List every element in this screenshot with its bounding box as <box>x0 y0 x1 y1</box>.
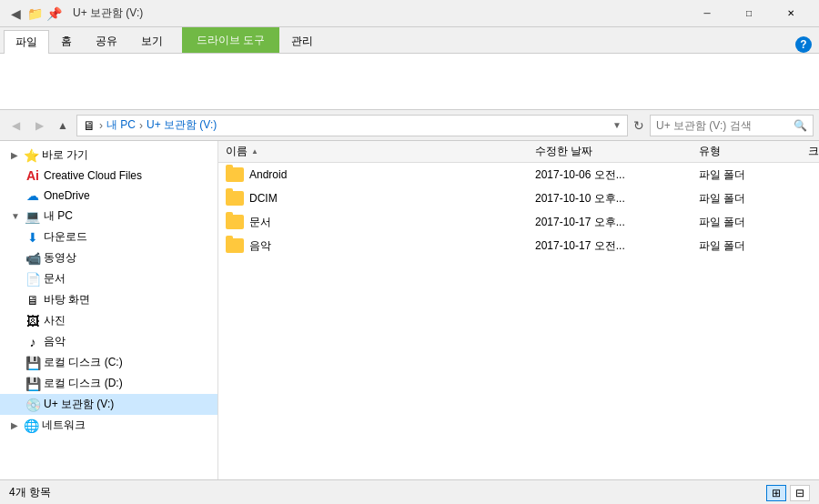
path-icon: 🖥 <box>83 118 96 133</box>
titlebar-icons: ◀ 📁 📌 <box>7 5 62 22</box>
sidebar-label-onedrive: OneDrive <box>44 189 90 202</box>
main-area: ▶ ⭐ 바로 가기 Ai Creative Cloud Files ☁ OneD… <box>0 141 819 479</box>
col-header-name[interactable]: 이름 ▲ <box>226 144 535 159</box>
file-name-col: Android <box>226 167 535 182</box>
table-row[interactable]: 음악 2017-10-17 오전... 파일 폴더 <box>218 234 819 257</box>
statusbar: 4개 항목 ⊞ ⊟ <box>0 479 819 504</box>
sidebar-item-local-c[interactable]: 💾 로컬 디스크 (C:) <box>0 352 217 373</box>
sort-icon-name: ▲ <box>251 147 258 156</box>
path-separator-2: › <box>139 119 143 132</box>
sidebar-item-videos[interactable]: 📹 동영상 <box>0 247 217 268</box>
item-count: 4개 항목 <box>9 485 51 500</box>
file-list-header: 이름 ▲ 수정한 날짜 유형 크기 <box>218 141 819 163</box>
minimize-button[interactable]: ─ <box>686 0 728 27</box>
file-name-dcim: DCIM <box>249 192 278 205</box>
disk-d-icon: 💾 <box>25 377 40 391</box>
table-row[interactable]: 문서 2017-10-17 오후... 파일 폴더 <box>218 210 819 234</box>
col-size-label: 크기 <box>808 145 819 157</box>
star-icon: ⭐ <box>24 148 38 163</box>
file-type-music: 파일 폴더 <box>699 238 808 254</box>
sidebar-label-music: 음악 <box>44 334 66 349</box>
col-name-label: 이름 <box>226 144 248 159</box>
tab-view[interactable]: 보기 <box>129 29 175 53</box>
file-name-col: 음악 <box>226 238 535 254</box>
sidebar-item-uplus[interactable]: 💿 U+ 보관함 (V:) <box>0 394 217 415</box>
table-row[interactable]: Android 2017-10-06 오전... 파일 폴더 <box>218 163 819 186</box>
refresh-button[interactable]: ↻ <box>633 118 644 133</box>
sidebar-item-desktop[interactable]: 🖥 바탕 화면 <box>0 289 217 310</box>
help-icon[interactable]: ? <box>795 36 812 53</box>
table-row[interactable]: DCIM 2017-10-10 오후... 파일 폴더 <box>218 186 819 210</box>
back-button[interactable]: ◀ <box>5 116 25 136</box>
creative-cloud-icon: Ai <box>25 168 40 183</box>
path-uplus[interactable]: U+ 보관함 (V:) <box>147 117 217 133</box>
titlebar-controls: ─ □ ✕ <box>686 0 812 27</box>
tab-file[interactable]: 파일 <box>4 30 49 54</box>
tab-share[interactable]: 공유 <box>84 29 129 53</box>
sidebar-item-local-d[interactable]: 💾 로컬 디스크 (D:) <box>0 373 217 394</box>
address-dropdown-icon[interactable]: ▼ <box>612 120 622 130</box>
photos-icon: 🖼 <box>25 314 40 328</box>
file-type-android: 파일 폴더 <box>699 167 808 183</box>
disk-c-icon: 💾 <box>25 356 40 370</box>
back-icon[interactable]: ◀ <box>7 5 24 22</box>
sidebar-label-network: 네트워크 <box>42 418 86 433</box>
sidebar-item-downloads[interactable]: ⬇ 다운로드 <box>0 227 217 247</box>
expand-icon-mypc: ▼ <box>11 211 20 221</box>
folder-icon-dcim <box>226 191 244 206</box>
sidebar-label-quick-access: 바로 가기 <box>42 147 88 163</box>
sidebar-item-photos[interactable]: 🖼 사진 <box>0 310 217 331</box>
sidebar-item-my-pc[interactable]: ▼ 💻 내 PC <box>0 206 217 227</box>
sidebar-item-music[interactable]: ♪ 음악 <box>0 331 217 352</box>
search-box[interactable]: 🔍 <box>650 115 814 136</box>
sidebar-item-network[interactable]: ▶ 🌐 네트워크 <box>0 415 217 436</box>
forward-button[interactable]: ▶ <box>29 116 49 136</box>
sidebar-label-docs: 문서 <box>44 271 66 287</box>
col-header-date[interactable]: 수정한 날짜 <box>535 144 699 159</box>
folder-icon-path: 🖥 <box>83 118 96 133</box>
view-large-button[interactable]: ⊟ <box>790 485 810 501</box>
ribbon-content <box>0 53 819 109</box>
file-type-dcim: 파일 폴더 <box>699 191 808 207</box>
network-icon: 🌐 <box>24 418 38 433</box>
sidebar-label-videos: 동영상 <box>44 250 76 266</box>
up-button[interactable]: ▲ <box>53 116 73 136</box>
ribbon-help[interactable]: ? <box>795 36 815 53</box>
sidebar-label-local-c: 로컬 디스크 (C:) <box>44 355 123 370</box>
col-date-label: 수정한 날짜 <box>535 145 592 157</box>
col-header-type[interactable]: 유형 <box>699 144 808 159</box>
col-type-label: 유형 <box>699 145 721 157</box>
file-name-col: 문서 <box>226 215 535 230</box>
col-header-size[interactable]: 크기 <box>808 144 819 159</box>
tab-manage[interactable]: 관리 <box>279 29 325 53</box>
sidebar-item-onedrive[interactable]: ☁ OneDrive <box>0 186 217 206</box>
titlebar: ◀ 📁 📌 U+ 보관함 (V:) ─ □ ✕ <box>0 0 819 27</box>
file-list: 이름 ▲ 수정한 날짜 유형 크기 Android 2017-10-06 오전.… <box>218 141 819 479</box>
tab-drive-tool[interactable]: 드라이브 도구 <box>182 27 279 53</box>
uplus-icon: 💿 <box>25 398 40 412</box>
sidebar-label-desktop: 바탕 화면 <box>44 292 90 307</box>
path-my-pc[interactable]: 내 PC <box>106 117 136 133</box>
video-icon: 📹 <box>25 251 40 266</box>
docs-icon: 📄 <box>25 272 40 287</box>
sidebar-label-uplus: U+ 보관함 (V:) <box>44 397 114 412</box>
file-name-music-folder: 음악 <box>249 238 271 254</box>
file-name-col: DCIM <box>226 191 535 206</box>
close-button[interactable]: ✕ <box>770 0 812 27</box>
pc-icon: 💻 <box>25 209 40 224</box>
sidebar-item-creative-cloud[interactable]: Ai Creative Cloud Files <box>0 166 217 186</box>
file-type-docs: 파일 폴더 <box>699 215 808 230</box>
sidebar-item-quick-access[interactable]: ▶ ⭐ 바로 가기 <box>0 145 217 166</box>
sidebar-item-docs[interactable]: 📄 문서 <box>0 268 217 289</box>
file-name-docs-folder: 문서 <box>249 215 271 230</box>
sidebar-label-my-pc: 내 PC <box>44 208 73 224</box>
ribbon: 파일 홈 공유 보기 드라이브 도구 관리 ? <box>0 27 819 110</box>
pin-icon[interactable]: 📌 <box>46 5 62 22</box>
sidebar: ▶ ⭐ 바로 가기 Ai Creative Cloud Files ☁ OneD… <box>0 141 218 479</box>
expand-icon-network: ▶ <box>11 420 18 430</box>
maximize-button[interactable]: □ <box>728 0 770 27</box>
address-bar[interactable]: 🖥 › 내 PC › U+ 보관함 (V:) ▼ <box>76 115 628 136</box>
search-input[interactable] <box>656 119 794 132</box>
tab-home[interactable]: 홈 <box>49 29 84 53</box>
view-details-button[interactable]: ⊞ <box>766 485 786 501</box>
